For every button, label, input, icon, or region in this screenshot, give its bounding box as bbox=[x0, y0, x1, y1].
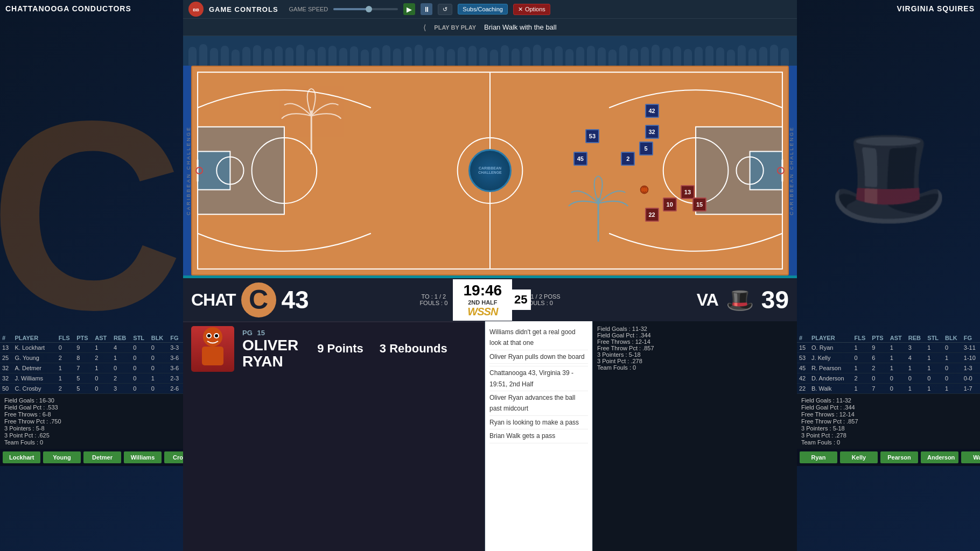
speed-slider[interactable] bbox=[333, 8, 398, 10]
left-roster-row-3: 32 J. Williams 1 5 0 2 0 1 2-3 bbox=[0, 373, 183, 384]
ast-cell-r: 1 bbox=[888, 363, 906, 373]
left-tp: 3 Pointers : 5-8 bbox=[4, 425, 179, 432]
reb-cell: 3 bbox=[111, 384, 131, 394]
player-token-5: 5 bbox=[639, 142, 653, 156]
rewind-button[interactable]: ↺ bbox=[438, 4, 452, 15]
player-rebounds: 3 Rebounds bbox=[380, 342, 447, 356]
banner-right-text: CARIBBEAN CHALLENGE bbox=[789, 126, 794, 215]
player-name-cell-r: R. Pearson bbox=[809, 363, 852, 373]
svg-rect-57 bbox=[770, 45, 778, 68]
pbp-icon: ⟨ bbox=[423, 23, 426, 32]
basketball-court: CARIBBEANCHALLENGE 42 32 5 53 45 2 bbox=[191, 66, 789, 276]
game-speed-label: GAME SPEED bbox=[289, 6, 328, 12]
col-reb: REB bbox=[111, 334, 131, 343]
ast-cell: 0 bbox=[93, 373, 111, 384]
fls-cell-r: 1 bbox=[852, 384, 870, 394]
reb-cell-r: 1 bbox=[906, 384, 926, 394]
fg-cell-r: 3-11 bbox=[962, 343, 980, 353]
player-num-42: 42 bbox=[645, 104, 659, 118]
pts-cell: 5 bbox=[74, 384, 93, 394]
num-cell: 32 bbox=[0, 363, 13, 373]
fls-cell-r: 1 bbox=[852, 363, 870, 373]
right-tf: Team Fouls : 0 bbox=[801, 439, 976, 446]
svg-rect-13 bbox=[296, 45, 304, 68]
svg-rect-15 bbox=[318, 47, 326, 68]
left-roster-row-0: 13 K. Lockhart 0 9 1 4 0 0 3-3 bbox=[0, 343, 183, 353]
blk-cell: 1 bbox=[149, 373, 169, 384]
pause-button[interactable]: ⏸ bbox=[421, 3, 432, 15]
col-ast: AST bbox=[93, 334, 111, 343]
game-logo: BB bbox=[188, 2, 204, 17]
pbp-label: PLAY BY PLAY bbox=[434, 24, 476, 31]
stl-cell-r: 1 bbox=[925, 343, 943, 353]
fls-cell-r: 0 bbox=[852, 353, 870, 363]
right-sidebar: 🎩 VIRGINIA SQUIRES # PLAYER FLS PTS AST … bbox=[797, 0, 980, 551]
right-roster-row-1: 53 J. Kelly 0 6 1 4 1 1 1-10 bbox=[797, 353, 980, 363]
btn-crosby[interactable]: Crosby bbox=[164, 451, 183, 463]
btn-lockhart[interactable]: Lockhart bbox=[3, 451, 40, 463]
right-player-buttons: Ryan Kelly Pearson Anderson Walk bbox=[797, 449, 980, 466]
ast-cell-r: 0 bbox=[888, 384, 906, 394]
btn-ryan[interactable]: Ryan bbox=[800, 451, 837, 463]
svg-rect-24 bbox=[415, 45, 423, 68]
play-log-entry-3: Chattanooga 43, Virginia 39 - 19:51, 2nd… bbox=[489, 366, 588, 391]
svg-rect-85 bbox=[202, 347, 223, 365]
reb-cell-r: 1 bbox=[906, 363, 926, 373]
player-token-42: 42 bbox=[645, 104, 659, 118]
btn-detmer[interactable]: Detmer bbox=[83, 451, 121, 463]
svg-rect-51 bbox=[705, 46, 713, 68]
current-player-bar: PG 15 OLIVER RYAN 9 Points 3 Rebounds bbox=[183, 321, 485, 375]
svg-rect-29 bbox=[468, 46, 477, 68]
player-name-cell-r: O. Ryan bbox=[809, 343, 852, 353]
left-roster-row-4: 50 C. Crosby 2 5 0 3 0 0 2-6 bbox=[0, 384, 183, 394]
right-roster-row-3: 42 D. Anderson 2 0 0 0 0 0 0-0 bbox=[797, 373, 980, 384]
speed-slider-container[interactable] bbox=[333, 8, 398, 10]
options-button[interactable]: ✕ Options bbox=[513, 4, 550, 15]
left-fouls: FOULS : 0 bbox=[419, 300, 447, 306]
left-ft: Free Throws : 6-8 bbox=[4, 411, 179, 418]
left-tf: Team Fouls : 0 bbox=[4, 439, 179, 446]
col-pts: PTS bbox=[74, 334, 93, 343]
svg-point-89 bbox=[215, 334, 218, 337]
player-num-22: 22 bbox=[645, 208, 659, 222]
blk-cell: 0 bbox=[149, 343, 169, 353]
player-name-cell-r: D. Anderson bbox=[809, 373, 852, 384]
shot-clock: 25 bbox=[510, 289, 531, 310]
crowd-top bbox=[183, 36, 797, 68]
stl-cell: 0 bbox=[131, 343, 149, 353]
col-fg-r: FG bbox=[962, 334, 980, 343]
btn-walk[interactable]: Walk bbox=[961, 451, 980, 463]
left-team-name: CHATTANOOGA CONDUCTORS bbox=[5, 4, 131, 13]
svg-rect-9 bbox=[253, 45, 261, 68]
right-abbr: VA bbox=[697, 290, 718, 310]
right-fg: Field Goals : 11-32 bbox=[801, 397, 976, 404]
svg-point-84 bbox=[203, 327, 222, 347]
subs-coaching-button[interactable]: Subs/Coaching bbox=[458, 4, 508, 15]
btn-anderson[interactable]: Anderson bbox=[921, 451, 958, 463]
reb-cell: 0 bbox=[111, 363, 131, 373]
svg-rect-35 bbox=[533, 45, 541, 68]
btn-kelly[interactable]: Kelly bbox=[840, 451, 878, 463]
play-log-entry-6: Brian Walk gets a pass bbox=[489, 429, 588, 443]
btn-williams[interactable]: Williams bbox=[124, 451, 162, 463]
btn-pearson[interactable]: Pearson bbox=[880, 451, 918, 463]
btn-young[interactable]: Young bbox=[43, 451, 81, 463]
clock-container: 19:46 2ND HALF WSSN 25 bbox=[453, 278, 512, 321]
right-ftp: Free Throw Pct : .857 bbox=[801, 418, 976, 425]
pts-cell-r: 9 bbox=[870, 343, 887, 353]
score-area-wrapper: CHAT C 43 TO : 1 / 2 FOULS : 0 19:46 2ND… bbox=[183, 278, 797, 321]
player-points: 9 Points bbox=[317, 342, 363, 356]
col-reb-r: REB bbox=[906, 334, 926, 343]
left-stats-panel: # PLAYER FLS PTS AST REB STL BLK FG 13 K… bbox=[0, 334, 183, 466]
banner-left-text: CARIBBEAN CHALLENGE bbox=[186, 126, 191, 215]
player-token-45: 45 bbox=[573, 152, 587, 166]
svg-rect-40 bbox=[587, 46, 595, 68]
play-button[interactable]: ▶ bbox=[403, 3, 415, 15]
col-player: PLAYER bbox=[13, 334, 57, 343]
left-ftp: Free Throw Pct : .750 bbox=[4, 418, 179, 425]
score-clock-area: 19:46 2ND HALF WSSN bbox=[453, 279, 512, 321]
bg-letter: C bbox=[0, 81, 183, 350]
fg-cell: 2-3 bbox=[168, 373, 183, 384]
player-num-13: 13 bbox=[681, 185, 695, 199]
svg-rect-28 bbox=[458, 47, 466, 68]
